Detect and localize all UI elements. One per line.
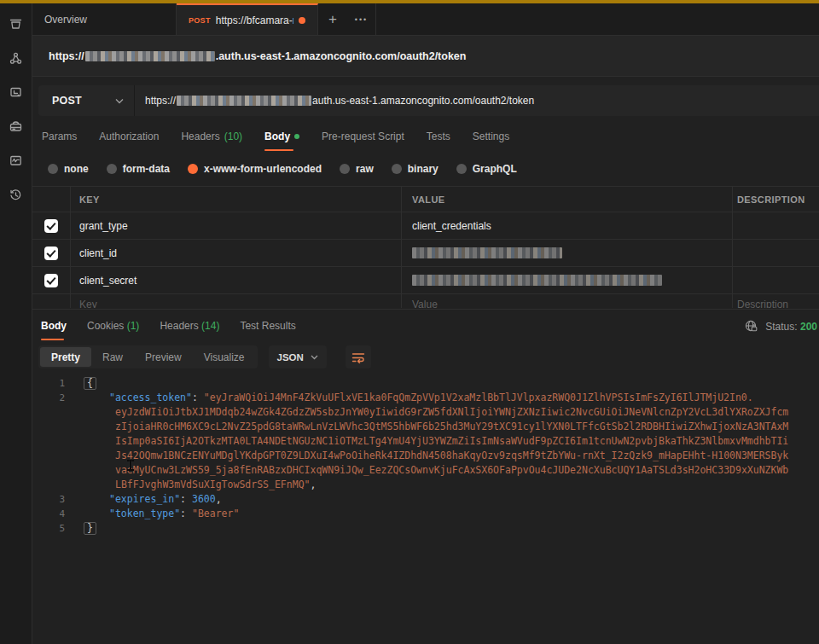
body-mode-binary[interactable]: binary bbox=[392, 163, 439, 175]
body-mode-form-data[interactable]: form-data bbox=[107, 163, 170, 175]
view-raw[interactable]: Raw bbox=[91, 347, 134, 367]
response-headers-count: (14) bbox=[201, 320, 219, 332]
body-mode-selector: none form-data x-www-form-urlencoded raw… bbox=[32, 155, 819, 183]
history-icon[interactable] bbox=[4, 183, 28, 206]
response-tab-body[interactable]: Body bbox=[41, 310, 67, 344]
tab-settings[interactable]: Settings bbox=[473, 122, 509, 153]
tab-options-button[interactable]: ••• bbox=[347, 3, 376, 35]
row-checkbox-checked[interactable] bbox=[44, 247, 58, 260]
json-string: "Bearer" bbox=[192, 508, 239, 519]
kv-header-value: VALUE bbox=[401, 187, 732, 212]
json-number: 3600 bbox=[192, 493, 216, 505]
body-mode-x-www-form-urlencoded[interactable]: x-www-form-urlencoded bbox=[188, 163, 322, 175]
network-globe-lock-icon[interactable] bbox=[744, 319, 758, 334]
view-visualize[interactable]: Visualize bbox=[193, 347, 256, 367]
kv-value-redacted[interactable] bbox=[401, 267, 732, 293]
code-line-wrapped: vaeMyUCnw3LzWS59_5ja8fEnRABzxDHCIxqWN9iJ… bbox=[32, 463, 819, 478]
environments-icon[interactable] bbox=[4, 80, 28, 104]
kv-key[interactable]: client_id bbox=[70, 240, 401, 266]
status-value: 200 bbox=[800, 321, 817, 333]
tab-body[interactable]: Body bbox=[264, 122, 299, 153]
tab-params[interactable]: Params bbox=[42, 122, 77, 153]
wrap-line-button[interactable] bbox=[346, 345, 371, 368]
radio-icon bbox=[340, 164, 350, 174]
request-title: https://.auth.us-east-1.amazoncognito.co… bbox=[49, 50, 466, 62]
request-section-tabs: Params Authorization Headers(10) Body Pr… bbox=[32, 121, 819, 154]
row-checkbox-checked[interactable] bbox=[44, 274, 58, 287]
code-line: 2"access_token": "eyJraWQiOiJ4MnF4ZkVuUF… bbox=[32, 391, 819, 405]
wrap-line-icon bbox=[351, 351, 365, 363]
radio-icon bbox=[392, 164, 402, 174]
view-mode-group: Pretty Raw Preview Visualize bbox=[38, 345, 258, 368]
request-tab-bar: Overview POST https://bfcamara-my- + ••• bbox=[32, 3, 819, 36]
kv-value-placeholder: Value bbox=[401, 294, 732, 308]
tab-pre-request-script[interactable]: Pre-request Script bbox=[322, 122, 404, 153]
kv-key[interactable]: grant_type bbox=[70, 212, 401, 239]
postman-window: Overview POST https://bfcamara-my- + •••… bbox=[0, 0, 819, 644]
tab-active-request[interactable]: POST https://bfcamara-my- bbox=[177, 3, 318, 35]
tab-authorization[interactable]: Authorization bbox=[99, 122, 159, 153]
body-mode-none[interactable]: none bbox=[48, 163, 89, 175]
apis-icon[interactable] bbox=[4, 46, 28, 70]
unsaved-changes-dot bbox=[299, 17, 305, 24]
tab-method-badge: POST bbox=[189, 16, 211, 25]
redacted-domain bbox=[177, 96, 311, 106]
body-set-dot bbox=[294, 134, 299, 139]
format-dropdown[interactable]: JSON bbox=[269, 345, 327, 368]
response-tab-test-results[interactable]: Test Results bbox=[240, 310, 295, 344]
tab-overview-label: Overview bbox=[44, 14, 87, 26]
activity-sidebar bbox=[0, 3, 32, 644]
status-label: Status: bbox=[765, 321, 797, 333]
mock-servers-icon[interactable] bbox=[4, 114, 28, 138]
response-meta: Status: 200 bbox=[744, 319, 817, 334]
radio-selected-icon bbox=[188, 164, 198, 174]
kv-row-grant-type: grant_type client_credentials bbox=[32, 212, 819, 240]
response-panel: Body Cookies (1) Headers (14) Test Resul… bbox=[32, 309, 819, 644]
collections-icon[interactable] bbox=[4, 12, 28, 36]
response-body-editor[interactable]: 1{ 2"access_token": "eyJraWQiOiJ4MnF4ZkV… bbox=[32, 376, 819, 536]
method-dropdown[interactable]: POST bbox=[38, 85, 135, 116]
body-mode-raw[interactable]: raw bbox=[340, 163, 374, 175]
code-line-wrapped: Js42OQmw1BNCzENYuMDglYKdpGPT0Z9LDXuI4wPo… bbox=[32, 449, 819, 463]
code-line-wrapped: zIjoiaHR0cHM6XC9cL2NvZ25pdG8taWRwLnVzLWV… bbox=[32, 420, 819, 434]
response-tabs: Body Cookies (1) Headers (14) Test Resul… bbox=[32, 310, 819, 344]
monitors-icon[interactable] bbox=[4, 148, 28, 172]
kv-key-placeholder: Key bbox=[70, 294, 401, 308]
kv-header-description: DESCRIPTION bbox=[732, 187, 819, 212]
code-line-wrapped: LBfFJvghW3mVdSuXIgTowSdrSS_EFnMQ", bbox=[32, 478, 819, 492]
row-checkbox-checked[interactable] bbox=[44, 219, 58, 233]
redacted-domain bbox=[85, 51, 215, 61]
response-tab-headers[interactable]: Headers (14) bbox=[160, 310, 219, 344]
code-line: 3"expires_in": 3600, bbox=[32, 492, 819, 507]
method-label: POST bbox=[52, 95, 82, 107]
kv-value[interactable]: client_credentials bbox=[401, 212, 732, 239]
kv-placeholder-row[interactable]: Key Value Description bbox=[32, 294, 819, 308]
tab-overview[interactable]: Overview bbox=[32, 3, 177, 35]
kv-row-client-secret: client_secret bbox=[32, 267, 819, 294]
request-url-row: POST https://auth.us-east-1.amazoncognit… bbox=[32, 77, 819, 119]
body-mode-graphql[interactable]: GraphQL bbox=[456, 163, 517, 175]
tab-tests[interactable]: Tests bbox=[427, 122, 450, 153]
response-view-bar: Pretty Raw Preview Visualize JSON bbox=[38, 345, 371, 368]
chevron-down-icon bbox=[311, 355, 318, 360]
chevron-down-icon bbox=[115, 98, 124, 104]
tab-headers[interactable]: Headers(10) bbox=[181, 122, 242, 153]
kv-key[interactable]: client_secret bbox=[70, 267, 401, 293]
code-line: 1{ bbox=[32, 376, 819, 391]
kv-value-redacted[interactable] bbox=[401, 240, 732, 266]
code-line: 4"token_type": "Bearer" bbox=[32, 507, 819, 521]
radio-icon bbox=[107, 164, 117, 174]
json-string: "eyJraWQiOiJ4MnF4ZkVuUFlxVE1ka0FqQmZpVVp… bbox=[204, 392, 753, 403]
response-tab-cookies[interactable]: Cookies (1) bbox=[87, 310, 139, 344]
url-input[interactable]: https://auth.us-east-1.amazoncognito.com… bbox=[135, 85, 819, 116]
redacted-value bbox=[412, 247, 562, 258]
headers-count: (10) bbox=[224, 131, 242, 142]
request-title-bar: https://.auth.us-east-1.amazoncognito.co… bbox=[32, 36, 819, 77]
radio-icon bbox=[48, 164, 58, 174]
view-preview[interactable]: Preview bbox=[134, 347, 193, 367]
ellipsis-icon: ••• bbox=[355, 15, 368, 24]
kv-description-placeholder: Description bbox=[732, 294, 819, 308]
view-pretty[interactable]: Pretty bbox=[40, 347, 91, 367]
new-tab-button[interactable]: + bbox=[318, 3, 347, 35]
json-key: "token_type" bbox=[109, 508, 180, 519]
